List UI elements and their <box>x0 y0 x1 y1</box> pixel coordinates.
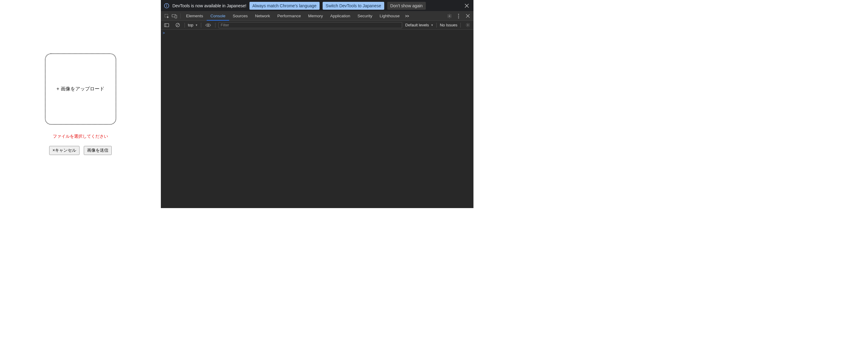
console-toolbar: top ▼ Default levels ▼ No Issues <box>161 21 473 30</box>
tab-console[interactable]: Console <box>207 11 229 20</box>
svg-line-17 <box>176 24 179 26</box>
file-error-message: ファイルを選択してください <box>53 134 108 139</box>
execution-context-selector[interactable]: top ▼ <box>188 23 198 27</box>
svg-point-9 <box>458 14 459 14</box>
svg-point-2 <box>166 4 167 5</box>
svg-rect-14 <box>164 23 169 27</box>
page-content: + 画像をアップロード ファイルを選択してください ×キャンセル 画像を送信 <box>0 0 161 208</box>
svg-point-11 <box>458 17 459 18</box>
console-settings-gear-icon[interactable] <box>464 21 472 30</box>
devtools-panel: DevTools is now available in Japanese! A… <box>161 0 473 208</box>
more-tabs-icon[interactable] <box>403 11 411 21</box>
inspect-element-icon[interactable] <box>163 11 170 21</box>
tab-memory[interactable]: Memory <box>304 11 327 20</box>
cancel-button[interactable]: ×キャンセル <box>49 146 80 155</box>
match-language-button[interactable]: Always match Chrome's language <box>249 2 319 10</box>
levels-label: Default levels <box>405 23 429 27</box>
svg-point-18 <box>208 24 209 26</box>
tab-elements[interactable]: Elements <box>182 11 207 20</box>
tab-network[interactable]: Network <box>251 11 274 20</box>
dropdown-caret-icon: ▼ <box>195 24 198 27</box>
context-label: top <box>188 23 193 27</box>
close-infobar-icon[interactable] <box>463 2 470 9</box>
dismiss-infobar-button[interactable]: Don't show again <box>387 2 426 10</box>
devtools-infobar: DevTools is now available in Japanese! A… <box>161 0 473 11</box>
toggle-sidebar-icon[interactable] <box>163 21 170 30</box>
tab-lighthouse[interactable]: Lighthouse <box>376 11 403 20</box>
settings-gear-icon[interactable] <box>445 11 454 21</box>
dropzone-label: + 画像をアップロード <box>57 86 104 92</box>
image-upload-dropzone[interactable]: + 画像をアップロード <box>45 54 116 125</box>
form-button-row: ×キャンセル 画像を送信 <box>49 146 112 155</box>
svg-point-19 <box>467 25 468 26</box>
devtools-tabstrip: Elements Console Sources Network Perform… <box>161 11 473 21</box>
console-output[interactable]: > <box>161 30 473 208</box>
console-prompt-caret: > <box>163 31 165 35</box>
svg-point-8 <box>449 15 450 17</box>
dropdown-caret-icon: ▼ <box>431 24 433 27</box>
clear-console-icon[interactable] <box>174 21 182 30</box>
tab-sources[interactable]: Sources <box>229 11 252 20</box>
kebab-menu-icon[interactable] <box>455 11 463 21</box>
svg-point-10 <box>458 15 459 16</box>
info-icon <box>164 3 169 8</box>
tab-application[interactable]: Application <box>327 11 354 20</box>
svg-rect-7 <box>175 15 177 18</box>
log-levels-selector[interactable]: Default levels ▼ <box>405 23 433 27</box>
issues-counter[interactable]: No Issues <box>440 23 457 27</box>
submit-image-button[interactable]: 画像を送信 <box>84 146 112 155</box>
live-expression-icon[interactable] <box>204 21 212 30</box>
console-filter-input[interactable] <box>219 22 402 28</box>
infobar-message: DevTools is now available in Japanese! <box>173 3 246 8</box>
switch-language-button[interactable]: Switch DevTools to Japanese <box>322 2 384 10</box>
device-toolbar-icon[interactable] <box>170 11 179 21</box>
tab-security[interactable]: Security <box>354 11 376 20</box>
tab-performance[interactable]: Performance <box>274 11 304 20</box>
close-devtools-icon[interactable] <box>464 11 472 21</box>
